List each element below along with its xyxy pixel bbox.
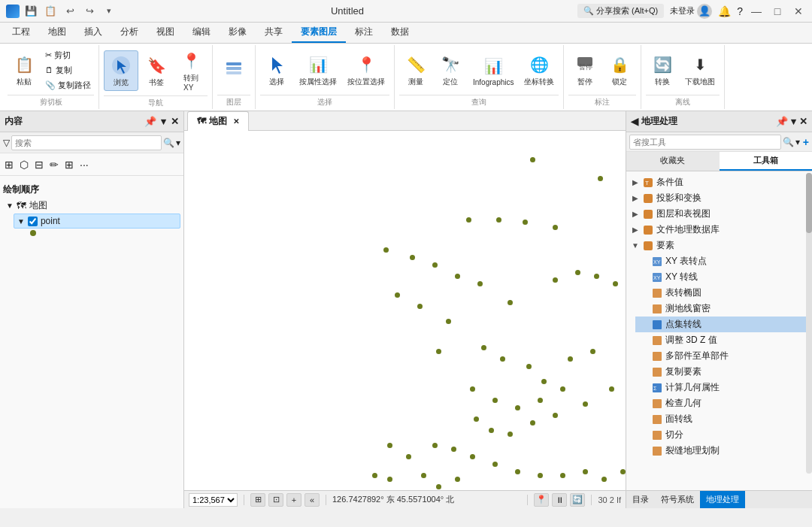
map-point-29[interactable] (590, 349, 595, 354)
map-point-8[interactable] (410, 255, 415, 260)
map-point-10[interactable] (455, 274, 460, 279)
map-point-43[interactable] (489, 428, 494, 433)
tree-item-projection[interactable]: ▶ 投影和变换 (626, 190, 812, 206)
filter-icon[interactable]: ▽ (3, 138, 10, 148)
tree-item-geodesic-density[interactable]: 测地线窗密 (635, 301, 812, 317)
pin-icon[interactable]: 📌 (144, 116, 156, 127)
maximize-button[interactable]: □ (770, 4, 785, 19)
map-point-4[interactable] (523, 220, 528, 225)
map-point-26[interactable] (526, 364, 532, 369)
right-scrollbar-thumb[interactable] (806, 173, 812, 233)
map-location-icon[interactable]: 📍 (534, 493, 549, 507)
feature-layer-icon[interactable]: ⬡ (18, 157, 30, 172)
browse-button[interactable]: 浏览 (104, 50, 138, 91)
map-point-45[interactable] (530, 420, 535, 426)
map-canvas[interactable] (184, 131, 626, 490)
map-point-33[interactable] (538, 398, 543, 403)
tree-item-xy-table[interactable]: XY XY 表转点 (635, 253, 812, 269)
tree-item-copy-feature[interactable]: 复制要素 (635, 364, 812, 380)
tree-item-geodatabase[interactable]: ▶ 文件地理数据库 (626, 222, 812, 238)
map-point-24[interactable] (481, 345, 486, 350)
add-layer-icon[interactable]: ⊞ (63, 157, 75, 172)
table-icon[interactable]: ⊟ (33, 157, 45, 172)
convert-button[interactable]: 🔄 转换 (646, 50, 679, 89)
map-point-65[interactable] (387, 477, 392, 482)
map-point-19[interactable] (553, 277, 558, 283)
map-point-46[interactable] (553, 413, 558, 418)
map-point-35[interactable] (583, 401, 588, 407)
toolbox-search-icon[interactable]: 🔍 (783, 137, 794, 147)
map-point-42[interactable] (474, 416, 479, 422)
coord-transform-button[interactable]: 🌐 坐标转换 (520, 50, 559, 89)
map-point-12[interactable] (417, 304, 423, 309)
map-point-62[interactable] (372, 473, 377, 478)
more-options-icon[interactable]: ··· (78, 157, 90, 172)
tree-item-layers[interactable]: ▶ 图层和表视图 (626, 206, 812, 222)
copy-path-button[interactable]: 📎复制路径 (42, 78, 94, 92)
minimize-button[interactable]: — (749, 4, 764, 19)
tree-item-adjust-3d[interactable]: 调整 3D Z 值 (635, 332, 812, 348)
tree-item-feature[interactable]: ▼ 要素 (626, 238, 812, 253)
zoom-to-layer-icon[interactable]: + (286, 493, 301, 507)
map-point-50[interactable] (492, 462, 498, 467)
map-point-5[interactable] (553, 225, 558, 230)
tree-item-polygon-to-line[interactable]: 面转线 (635, 411, 812, 427)
download-map-button[interactable]: ⬇ 下载地图 (680, 50, 720, 89)
map-point-30[interactable] (470, 386, 475, 392)
quick-save[interactable]: 💾 (23, 3, 39, 20)
quick-redo[interactable]: ↪ (81, 3, 98, 20)
map-view-icon[interactable]: ⊞ (3, 157, 15, 172)
map-point-2[interactable] (466, 217, 471, 223)
quick-copy[interactable]: 📋 (42, 3, 59, 20)
map-point-55[interactable] (601, 477, 607, 482)
map-point-63[interactable] (421, 473, 426, 478)
bottom-tab-catalog[interactable]: 目录 (626, 491, 655, 508)
panel-close-icon[interactable]: ✕ (171, 116, 179, 127)
bottom-tab-symbology[interactable]: 符号系统 (655, 491, 700, 508)
cut-button[interactable]: ✂剪切 (42, 48, 94, 62)
tab-imagery[interactable]: 影像 (220, 23, 256, 43)
map-tab-close-icon[interactable]: ✕ (233, 117, 239, 126)
map-point-25[interactable] (500, 356, 505, 362)
map-point-44[interactable] (508, 432, 513, 437)
point-layer-item[interactable]: ▼ point (14, 214, 180, 229)
tab-view[interactable]: 视图 (147, 23, 183, 43)
notifications-icon[interactable]: 🔔 (718, 5, 731, 17)
map-tab[interactable]: 🗺 地图 ✕ (187, 111, 249, 131)
locate-button[interactable]: 🔭 定位 (434, 50, 467, 89)
map-point-20[interactable] (575, 270, 580, 275)
map-point-14[interactable] (446, 319, 451, 324)
measure-button[interactable]: 📏 测量 (399, 50, 432, 89)
map-pause-icon[interactable]: ⏸ (552, 493, 567, 507)
zoom-out-icon[interactable]: « (304, 493, 320, 507)
right-close-icon[interactable]: ✕ (799, 116, 807, 127)
layer-btn[interactable] (217, 56, 250, 84)
map-point-66[interactable] (455, 477, 460, 482)
search-icon[interactable]: 🔍 (163, 138, 174, 148)
map-point-60[interactable] (387, 443, 392, 448)
help-icon[interactable]: ? (737, 5, 743, 17)
copy-button[interactable]: 🗒复制 (42, 63, 94, 77)
tree-item-points-to-line[interactable]: 点集转线 (635, 317, 812, 332)
map-point-48[interactable] (451, 447, 456, 452)
tree-item-crack[interactable]: 裂缝地理划制 (635, 443, 812, 459)
map-refresh-icon[interactable]: 🔄 (570, 493, 585, 507)
point-layer-checkbox[interactable] (28, 217, 38, 226)
quick-more[interactable]: ▾ (101, 3, 117, 20)
tab-project[interactable]: 工程 (3, 23, 39, 43)
pause-button[interactable]: 暂停 暂停 (568, 50, 601, 89)
map-point-11[interactable] (477, 281, 483, 286)
map-point-31[interactable] (492, 398, 498, 403)
add-toolbox-icon[interactable]: + (803, 136, 809, 148)
map-point-22[interactable] (613, 281, 618, 286)
close-button[interactable]: ✕ (791, 4, 806, 19)
map-point-51[interactable] (515, 469, 520, 474)
bottom-tab-geoprocessing[interactable]: 地理处理 (700, 491, 745, 508)
toolbox-search-menu[interactable]: ▾ (795, 137, 800, 147)
zoom-grid-icon[interactable]: ⊡ (268, 493, 283, 507)
map-point-32[interactable] (515, 405, 520, 410)
right-pin-icon[interactable]: 📌 (776, 116, 788, 127)
tab-insert[interactable]: 插入 (75, 23, 111, 43)
map-point-49[interactable] (470, 454, 475, 459)
toolbox-search-input[interactable] (629, 135, 781, 150)
